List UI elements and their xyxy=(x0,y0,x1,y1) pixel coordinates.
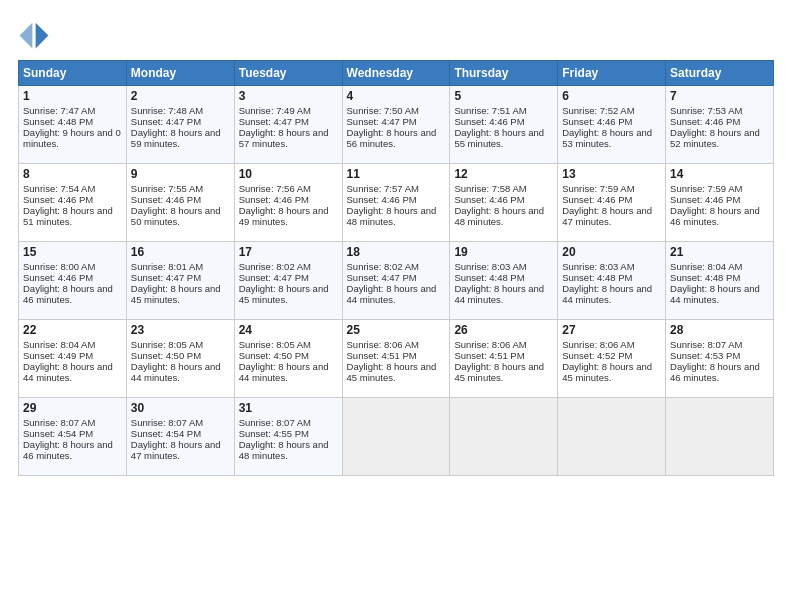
day-number: 7 xyxy=(670,89,769,103)
logo-icon xyxy=(18,18,50,50)
day-info: Sunrise: 8:07 AMSunset: 4:54 PMDaylight:… xyxy=(23,417,113,461)
calendar-day-cell: 14Sunrise: 7:59 AMSunset: 4:46 PMDayligh… xyxy=(666,164,774,242)
day-number: 16 xyxy=(131,245,230,259)
day-number: 25 xyxy=(347,323,446,337)
calendar-week-row: 29Sunrise: 8:07 AMSunset: 4:54 PMDayligh… xyxy=(19,398,774,476)
calendar-day-cell: 25Sunrise: 8:06 AMSunset: 4:51 PMDayligh… xyxy=(342,320,450,398)
calendar-day-cell: 18Sunrise: 8:02 AMSunset: 4:47 PMDayligh… xyxy=(342,242,450,320)
calendar-day-cell xyxy=(342,398,450,476)
calendar-day-cell: 3Sunrise: 7:49 AMSunset: 4:47 PMDaylight… xyxy=(234,86,342,164)
calendar-day-cell: 20Sunrise: 8:03 AMSunset: 4:48 PMDayligh… xyxy=(558,242,666,320)
calendar-day-cell: 28Sunrise: 8:07 AMSunset: 4:53 PMDayligh… xyxy=(666,320,774,398)
calendar-week-row: 1Sunrise: 7:47 AMSunset: 4:48 PMDaylight… xyxy=(19,86,774,164)
day-info: Sunrise: 7:59 AMSunset: 4:46 PMDaylight:… xyxy=(670,183,760,227)
day-number: 24 xyxy=(239,323,338,337)
day-number: 15 xyxy=(23,245,122,259)
calendar-header-cell: Wednesday xyxy=(342,61,450,86)
calendar-day-cell: 8Sunrise: 7:54 AMSunset: 4:46 PMDaylight… xyxy=(19,164,127,242)
day-info: Sunrise: 8:07 AMSunset: 4:55 PMDaylight:… xyxy=(239,417,329,461)
calendar-day-cell: 30Sunrise: 8:07 AMSunset: 4:54 PMDayligh… xyxy=(126,398,234,476)
day-info: Sunrise: 8:00 AMSunset: 4:46 PMDaylight:… xyxy=(23,261,113,305)
day-number: 8 xyxy=(23,167,122,181)
calendar-day-cell: 1Sunrise: 7:47 AMSunset: 4:48 PMDaylight… xyxy=(19,86,127,164)
day-number: 5 xyxy=(454,89,553,103)
day-number: 30 xyxy=(131,401,230,415)
day-number: 19 xyxy=(454,245,553,259)
calendar-day-cell xyxy=(450,398,558,476)
day-info: Sunrise: 7:56 AMSunset: 4:46 PMDaylight:… xyxy=(239,183,329,227)
calendar-header-cell: Friday xyxy=(558,61,666,86)
day-info: Sunrise: 8:04 AMSunset: 4:48 PMDaylight:… xyxy=(670,261,760,305)
calendar-day-cell: 26Sunrise: 8:06 AMSunset: 4:51 PMDayligh… xyxy=(450,320,558,398)
day-info: Sunrise: 7:52 AMSunset: 4:46 PMDaylight:… xyxy=(562,105,652,149)
calendar-header-cell: Sunday xyxy=(19,61,127,86)
day-info: Sunrise: 7:53 AMSunset: 4:46 PMDaylight:… xyxy=(670,105,760,149)
day-number: 17 xyxy=(239,245,338,259)
calendar-day-cell: 6Sunrise: 7:52 AMSunset: 4:46 PMDaylight… xyxy=(558,86,666,164)
day-number: 3 xyxy=(239,89,338,103)
calendar-day-cell: 16Sunrise: 8:01 AMSunset: 4:47 PMDayligh… xyxy=(126,242,234,320)
day-info: Sunrise: 7:51 AMSunset: 4:46 PMDaylight:… xyxy=(454,105,544,149)
day-number: 12 xyxy=(454,167,553,181)
day-number: 27 xyxy=(562,323,661,337)
calendar-day-cell: 9Sunrise: 7:55 AMSunset: 4:46 PMDaylight… xyxy=(126,164,234,242)
day-info: Sunrise: 7:58 AMSunset: 4:46 PMDaylight:… xyxy=(454,183,544,227)
day-info: Sunrise: 8:02 AMSunset: 4:47 PMDaylight:… xyxy=(347,261,437,305)
day-info: Sunrise: 7:50 AMSunset: 4:47 PMDaylight:… xyxy=(347,105,437,149)
calendar-header-row: SundayMondayTuesdayWednesdayThursdayFrid… xyxy=(19,61,774,86)
calendar-day-cell: 13Sunrise: 7:59 AMSunset: 4:46 PMDayligh… xyxy=(558,164,666,242)
calendar-day-cell: 22Sunrise: 8:04 AMSunset: 4:49 PMDayligh… xyxy=(19,320,127,398)
day-info: Sunrise: 7:48 AMSunset: 4:47 PMDaylight:… xyxy=(131,105,221,149)
day-number: 29 xyxy=(23,401,122,415)
day-number: 26 xyxy=(454,323,553,337)
svg-marker-1 xyxy=(20,23,33,49)
day-number: 10 xyxy=(239,167,338,181)
day-number: 18 xyxy=(347,245,446,259)
calendar-header-cell: Thursday xyxy=(450,61,558,86)
day-number: 22 xyxy=(23,323,122,337)
calendar-day-cell: 17Sunrise: 8:02 AMSunset: 4:47 PMDayligh… xyxy=(234,242,342,320)
calendar-day-cell: 7Sunrise: 7:53 AMSunset: 4:46 PMDaylight… xyxy=(666,86,774,164)
page: SundayMondayTuesdayWednesdayThursdayFrid… xyxy=(0,0,792,612)
calendar-day-cell: 2Sunrise: 7:48 AMSunset: 4:47 PMDaylight… xyxy=(126,86,234,164)
calendar-day-cell: 23Sunrise: 8:05 AMSunset: 4:50 PMDayligh… xyxy=(126,320,234,398)
day-info: Sunrise: 8:06 AMSunset: 4:52 PMDaylight:… xyxy=(562,339,652,383)
calendar-day-cell: 11Sunrise: 7:57 AMSunset: 4:46 PMDayligh… xyxy=(342,164,450,242)
day-number: 13 xyxy=(562,167,661,181)
day-info: Sunrise: 8:03 AMSunset: 4:48 PMDaylight:… xyxy=(562,261,652,305)
svg-marker-0 xyxy=(36,23,49,49)
day-info: Sunrise: 7:57 AMSunset: 4:46 PMDaylight:… xyxy=(347,183,437,227)
day-info: Sunrise: 8:06 AMSunset: 4:51 PMDaylight:… xyxy=(454,339,544,383)
day-info: Sunrise: 8:05 AMSunset: 4:50 PMDaylight:… xyxy=(131,339,221,383)
day-info: Sunrise: 8:07 AMSunset: 4:53 PMDaylight:… xyxy=(670,339,760,383)
calendar-day-cell: 4Sunrise: 7:50 AMSunset: 4:47 PMDaylight… xyxy=(342,86,450,164)
calendar-body: 1Sunrise: 7:47 AMSunset: 4:48 PMDaylight… xyxy=(19,86,774,476)
calendar-header-cell: Saturday xyxy=(666,61,774,86)
day-info: Sunrise: 8:07 AMSunset: 4:54 PMDaylight:… xyxy=(131,417,221,461)
calendar-week-row: 22Sunrise: 8:04 AMSunset: 4:49 PMDayligh… xyxy=(19,320,774,398)
calendar-day-cell: 10Sunrise: 7:56 AMSunset: 4:46 PMDayligh… xyxy=(234,164,342,242)
day-info: Sunrise: 8:01 AMSunset: 4:47 PMDaylight:… xyxy=(131,261,221,305)
day-info: Sunrise: 8:03 AMSunset: 4:48 PMDaylight:… xyxy=(454,261,544,305)
day-number: 6 xyxy=(562,89,661,103)
calendar-day-cell: 19Sunrise: 8:03 AMSunset: 4:48 PMDayligh… xyxy=(450,242,558,320)
calendar-week-row: 15Sunrise: 8:00 AMSunset: 4:46 PMDayligh… xyxy=(19,242,774,320)
day-info: Sunrise: 7:59 AMSunset: 4:46 PMDaylight:… xyxy=(562,183,652,227)
day-number: 4 xyxy=(347,89,446,103)
calendar-week-row: 8Sunrise: 7:54 AMSunset: 4:46 PMDaylight… xyxy=(19,164,774,242)
day-info: Sunrise: 8:02 AMSunset: 4:47 PMDaylight:… xyxy=(239,261,329,305)
calendar-day-cell xyxy=(558,398,666,476)
day-number: 28 xyxy=(670,323,769,337)
day-info: Sunrise: 8:04 AMSunset: 4:49 PMDaylight:… xyxy=(23,339,113,383)
day-number: 1 xyxy=(23,89,122,103)
header xyxy=(18,18,774,50)
calendar-table: SundayMondayTuesdayWednesdayThursdayFrid… xyxy=(18,60,774,476)
day-info: Sunrise: 7:54 AMSunset: 4:46 PMDaylight:… xyxy=(23,183,113,227)
calendar-day-cell: 31Sunrise: 8:07 AMSunset: 4:55 PMDayligh… xyxy=(234,398,342,476)
day-info: Sunrise: 7:55 AMSunset: 4:46 PMDaylight:… xyxy=(131,183,221,227)
day-number: 31 xyxy=(239,401,338,415)
day-number: 11 xyxy=(347,167,446,181)
day-number: 20 xyxy=(562,245,661,259)
day-number: 14 xyxy=(670,167,769,181)
calendar-day-cell: 15Sunrise: 8:00 AMSunset: 4:46 PMDayligh… xyxy=(19,242,127,320)
